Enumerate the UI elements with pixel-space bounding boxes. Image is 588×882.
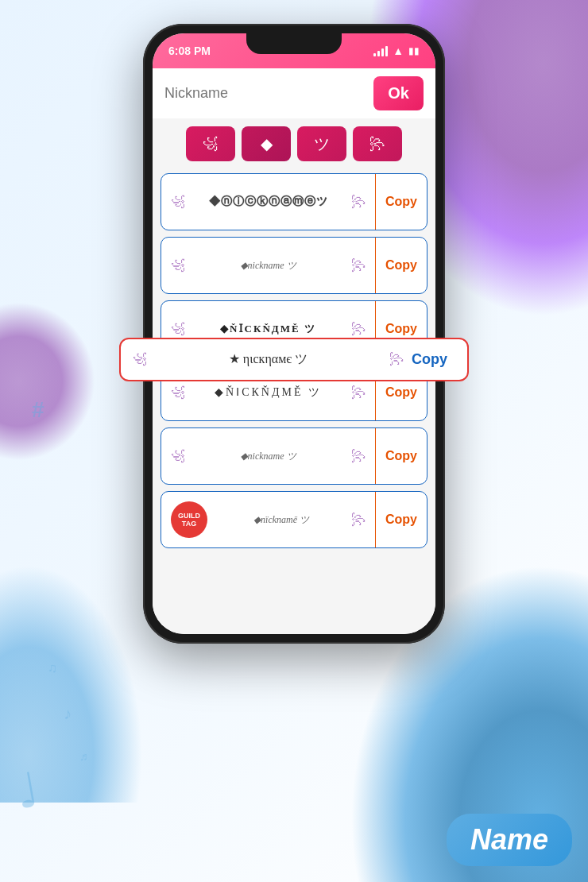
nickname-text-6: ◆nickname ツ: [190, 450, 346, 463]
prefix-4: ꧁: [171, 321, 185, 338]
nickname-text-1: ◆ⓝⓘⓒⓚⓝⓐⓜⓔツ: [190, 195, 346, 209]
selected-prefix: ꧁: [133, 351, 147, 368]
prefix-1: ꧁: [171, 194, 185, 211]
nickname-text-7: ◆nïcknamë ツ: [216, 513, 346, 527]
splash-left: [0, 302, 95, 461]
style-btn-tsu[interactable]: ツ: [297, 126, 346, 161]
status-icons: ▲ ▮▮: [373, 44, 420, 57]
nickname-text-4: ◆ŇⅠCКŇДMĚ ツ: [190, 322, 346, 336]
nickname-card-1: ꧁ ◆ⓝⓘⓒⓚⓝⓐⓜⓔツ ꧂ Copy: [161, 173, 427, 230]
style-btn-diamond[interactable]: ◆: [242, 126, 291, 161]
wifi-icon: ▲: [393, 44, 404, 57]
style-btn-swirl1[interactable]: ꧁: [186, 126, 235, 161]
status-time: 6:08 PM: [168, 44, 211, 57]
app-header: Ok: [153, 68, 435, 118]
nickname-text-3: ◆nickname ツ: [190, 259, 346, 273]
card-content-6: ꧁ ◆nickname ツ ꧂: [161, 428, 375, 484]
nickname-card-6: ꧁ ◆nickname ツ ꧂ Copy: [161, 427, 427, 485]
name-badge: Name: [447, 814, 572, 866]
nickname-text-5: ◆ŇⅠCКŇДMĚ ツ: [190, 385, 346, 400]
selected-nickname-text: ★ ηιcкηαмє ツ: [153, 351, 383, 368]
copy-button-3[interactable]: Copy: [375, 238, 427, 293]
copy-button-7[interactable]: Copy: [375, 492, 427, 547]
copy-button-1[interactable]: Copy: [375, 174, 427, 230]
postfix-4: ꧂: [351, 321, 366, 338]
cards-container: ꧁ ◆ⓝⓘⓒⓚⓝⓐⓜⓔツ ꧂ Copy ꧁ ◆nickname ツ ꧂ Copy: [153, 169, 435, 632]
tag-text: TAG: [182, 520, 196, 528]
hashtag-decoration: #: [32, 397, 44, 423]
style-btn-swirl2[interactable]: ꧂: [353, 126, 402, 161]
music-note-1: ♪: [64, 705, 72, 723]
phone-inner: 6:08 PM ▲ ▮▮ Ok ꧁: [153, 33, 435, 634]
phone-frame: 6:08 PM ▲ ▮▮ Ok ꧁: [143, 24, 445, 644]
postfix-7: ꧂: [351, 512, 366, 528]
signal-icon: [373, 46, 388, 56]
selected-overlay-content: ꧁ ★ ηιcкηαмє ツ ꧂: [133, 351, 404, 368]
guild-text: GUILD: [178, 512, 200, 520]
selected-postfix: ꧂: [389, 351, 404, 368]
selected-card-overlay: ꧁ ★ ηιcкηαмє ツ ꧂ Copy: [119, 338, 469, 381]
postfix-5: ꧂: [351, 385, 366, 401]
copy-button-6[interactable]: Copy: [375, 428, 427, 484]
notch: [246, 33, 342, 54]
style-buttons-row: ꧁ ◆ ツ ꧂: [153, 118, 435, 169]
prefix-5: ꧁: [171, 385, 185, 401]
prefix-6: ꧁: [171, 448, 185, 465]
prefix-3: ꧁: [171, 257, 185, 274]
guild-tag-badge: GUILD TAG: [171, 501, 207, 538]
postfix-1: ꧂: [351, 194, 366, 211]
nickname-card-7: GUILD TAG ◆nïcknamë ツ ꧂ Copy: [161, 491, 427, 548]
postfix-6: ꧂: [351, 448, 366, 465]
battery-icon: ▮▮: [408, 45, 420, 56]
selected-copy-button[interactable]: Copy: [404, 347, 455, 372]
card-content-7: GUILD TAG ◆nïcknamë ツ ꧂: [161, 492, 375, 547]
music-note-3: ♬: [79, 750, 88, 763]
nickname-card-3: ꧁ ◆nickname ツ ꧂ Copy: [161, 237, 427, 294]
ok-button[interactable]: Ok: [373, 76, 424, 110]
status-bar: 6:08 PM ▲ ▮▮: [153, 33, 435, 68]
card-content-3: ꧁ ◆nickname ツ ꧂: [161, 238, 375, 293]
card-content-1: ꧁ ◆ⓝⓘⓒⓚⓝⓐⓜⓔツ ꧂: [161, 174, 375, 230]
nickname-input[interactable]: [164, 85, 366, 102]
postfix-3: ꧂: [351, 257, 366, 274]
music-note-2: ♫: [48, 661, 57, 675]
